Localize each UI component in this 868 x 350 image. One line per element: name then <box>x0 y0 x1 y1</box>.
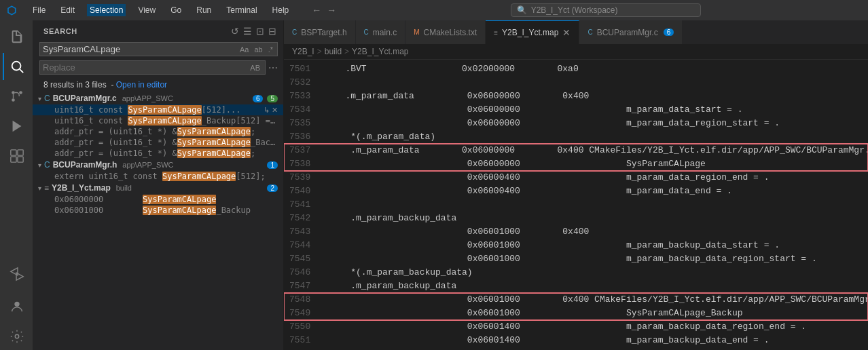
tab-bcuparam[interactable]: C BCUParamMgr.c 6 <box>579 20 683 44</box>
bcuparam-icon: C <box>587 28 592 36</box>
line-code: 0x06000000 m_param_data_region_start = . <box>319 117 868 130</box>
search-results-list: ▾ C BCUParamMgr.c app\APP_SWC 6 5 uint16… <box>33 92 283 350</box>
svg-rect-7 <box>18 150 23 155</box>
code-line-7501: 7501 .BVT 0x02000000 0xa0 <box>284 62 868 76</box>
match-5: SysParamCALpage <box>162 172 236 181</box>
line-content-2: addr_ptr = (uint16_t *) &SysParamCALpage… <box>54 127 278 136</box>
tab-map[interactable]: ≡ Y2B_I_Yct.map ✕ <box>486 20 579 44</box>
global-search-box[interactable]: 🔍 Y2B_I_Yct (Workspace) <box>511 3 701 17</box>
menu-view[interactable]: View <box>135 4 158 16</box>
result-line-7[interactable]: 0x06001000 SysParamCALpage_Backup <box>33 205 283 216</box>
code-editor[interactable]: 7501 .BVT 0x02000000 0xa0 7532 7533 .m_p… <box>284 60 868 350</box>
highlight-box-2: 7548 0x06001000 0x400 CMakeFiles/Y2B_I_Y… <box>284 293 868 320</box>
result-line-3[interactable]: addr_ptr = (uint16_t *) &SysParamCALpage… <box>33 137 283 148</box>
tab-cmakelists[interactable]: M CMakeLists.txt <box>405 20 486 44</box>
tab-label-bsptarget: BSPTarget.h <box>301 28 346 37</box>
breadcrumb: Y2B_I > build > Y2B_I_Yct.map <box>284 44 868 60</box>
code-line-7534: 7534 0x06000000 m_param_data_start = . <box>284 103 868 117</box>
breadcrumb-root[interactable]: Y2B_I <box>292 47 314 56</box>
menu-edit[interactable]: Edit <box>58 4 77 16</box>
run-debug-activity-icon[interactable] <box>3 113 30 140</box>
dismiss-line-icon[interactable]: ✕ <box>272 106 278 115</box>
bsptarget-icon: C <box>292 28 297 36</box>
settings-activity-icon[interactable] <box>3 323 30 350</box>
line-number: 7538 <box>284 157 319 171</box>
explorer-activity-icon[interactable] <box>3 23 30 50</box>
line-code: .m_param_data 0x06000000 0x400 CMakeFile… <box>319 144 868 157</box>
sidebar-panel: SEARCH ↺ ☰ ⊡ ⊟ SysParamCALpage Aa ab .* … <box>33 20 284 350</box>
menu-help[interactable]: Help <box>270 4 292 16</box>
search-input-wrap: SysParamCALpage Aa ab .* <box>39 42 278 56</box>
nav-controls: ← → <box>312 5 336 16</box>
line-number: 7549 <box>284 307 319 320</box>
breadcrumb-file[interactable]: Y2B_I_Yct.map <box>352 47 408 56</box>
search-activity-icon[interactable] <box>3 53 30 80</box>
preserve-case-button[interactable]: AB <box>248 63 262 73</box>
extra-badge-bcuparam-c: 5 <box>267 95 278 102</box>
line-number: 7540 <box>284 184 319 198</box>
result-line-0[interactable]: uint16_t const SysParamCALpage[512]... ↳… <box>33 104 283 115</box>
line-code <box>319 198 868 212</box>
replace-line-icon[interactable]: ↳ <box>264 106 270 115</box>
line-number: 7536 <box>284 130 319 144</box>
line-number: 7533 <box>284 90 319 103</box>
search-input[interactable]: SysParamCALpage <box>43 44 236 54</box>
activity-bar <box>0 20 33 350</box>
source-control-activity-icon[interactable] <box>3 83 30 110</box>
code-line-7532: 7532 <box>284 76 868 90</box>
replace-input[interactable] <box>43 62 248 73</box>
file-name-bcuparam-c: BCUParamMgr.c <box>53 94 117 103</box>
collapse-all-button[interactable]: ⊡ <box>256 26 264 37</box>
remote-activity-icon[interactable] <box>3 260 30 288</box>
breadcrumb-build[interactable]: build <box>325 47 342 56</box>
nav-forward-button[interactable]: → <box>327 5 336 16</box>
menu-run[interactable]: Run <box>194 4 214 16</box>
result-line-4[interactable]: addr_ptr = (uint16_t *) &SysParamCALpage… <box>33 148 283 159</box>
menu-selection[interactable]: Selection <box>87 4 126 16</box>
main-layout: SEARCH ↺ ☰ ⊡ ⊟ SysParamCALpage Aa ab .* … <box>0 20 868 350</box>
match-7538: SysParamCALpage <box>626 159 706 169</box>
result-line-6[interactable]: 0x06000000 SysParamCALpage <box>33 194 283 205</box>
file-count-bcuparam-c: 6 <box>253 95 264 102</box>
tab-main[interactable]: C main.c <box>356 20 406 44</box>
open-in-editor-icon[interactable]: ⊟ <box>268 26 276 37</box>
whole-word-button[interactable]: ab <box>253 45 264 54</box>
code-line-7540: 7540 0x06000400 m_param_data_end = . <box>284 184 868 198</box>
result-line-1[interactable]: uint16_t const SysParamCALpage_Backup[51… <box>33 115 283 126</box>
extensions-activity-icon[interactable] <box>3 142 30 170</box>
code-line-7539: 7539 0x06000400 m_param_data_region_end … <box>284 171 868 184</box>
cmake-icon: M <box>414 28 419 36</box>
line-content-5: extern uint16_t const SysParamCALpage[51… <box>54 172 278 181</box>
tab-bsptarget[interactable]: C BSPTarget.h <box>284 20 356 44</box>
code-line-7537: 7537 .m_param_data 0x06000000 0x400 CMak… <box>284 144 868 157</box>
open-in-editor-link[interactable]: Open in editor <box>116 80 167 90</box>
nav-back-button[interactable]: ← <box>312 5 321 16</box>
regex-button[interactable]: .* <box>267 45 274 54</box>
menu-go[interactable]: Go <box>168 4 184 16</box>
refresh-results-button[interactable]: ↺ <box>231 26 239 37</box>
case-sensitive-button[interactable]: Aa <box>238 45 250 54</box>
svg-line-1 <box>20 69 23 73</box>
menu-terminal[interactable]: Terminal <box>223 4 259 16</box>
result-file-header-bcuparam-h[interactable]: ▾ C BCUParamMgr.h app\APP_SWC 1 <box>33 159 283 171</box>
result-file-header-bcuparam-c[interactable]: ▾ C BCUParamMgr.c app\APP_SWC 6 5 <box>33 92 283 104</box>
line-code: .m_param_backup_data <box>319 279 868 293</box>
line-number: 7537 <box>284 144 319 157</box>
code-line-7544: 7544 0x06001000 m_param_backup_data_star… <box>284 239 868 252</box>
line-action-icons-0: ↳ ✕ <box>264 106 278 115</box>
menu-file[interactable]: File <box>30 4 48 16</box>
line-number: 7551 <box>284 334 319 347</box>
result-file-header-map[interactable]: ▾ ≡ Y2B_I_Yct.map build 2 <box>33 182 283 194</box>
account-activity-icon[interactable] <box>3 293 30 320</box>
results-summary: 8 results in 3 files - Open in editor <box>33 77 283 92</box>
line-number: 7544 <box>284 239 319 252</box>
close-map-tab-button[interactable]: ✕ <box>562 27 571 38</box>
more-options-button[interactable]: ⋯ <box>268 62 278 73</box>
svg-point-2 <box>12 91 15 94</box>
result-line-2[interactable]: addr_ptr = (uint16_t *) &SysParamCALpage… <box>33 126 283 137</box>
result-line-5[interactable]: extern uint16_t const SysParamCALpage[51… <box>33 171 283 182</box>
code-line-7538: 7538 0x06000000 SysParamCALpage <box>284 157 868 171</box>
line-code: *(.m_param_data) <box>319 130 868 144</box>
line-number: 7501 <box>284 62 319 76</box>
clear-results-button[interactable]: ☰ <box>243 26 252 37</box>
